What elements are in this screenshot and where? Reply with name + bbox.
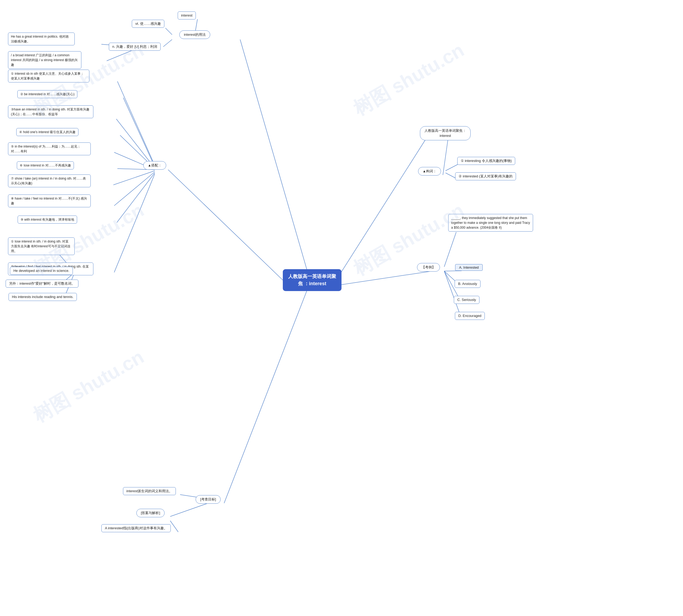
kaoli-text-label: _____, they immediately suggested that s… — [448, 214, 533, 232]
p3-node: ③have an interest in sth. / in doing sth… — [8, 104, 93, 119]
ans-c-node: C. Seriously — [448, 295, 485, 304]
daan-label: [答案与解析] — [136, 509, 164, 517]
interesting-node: ① interesting 令人感兴趣的(事物) — [448, 157, 524, 165]
p7-node: ⑦ show / take (an) interest in / in doin… — [8, 175, 91, 187]
p3-label: ③have an interest in sth. / in doing sth… — [8, 105, 93, 118]
he-has-label: He has a great interest in politics. 他对政… — [8, 32, 75, 45]
interest-yongfa-node: interest的用法 — [172, 30, 217, 40]
ans-c-label: C. Seriously — [454, 296, 480, 304]
peidai-node: ▲搭配： — [141, 161, 168, 170]
lingwai-label: 另外：interest作"爱好"解时，是可数名词。 — [6, 280, 79, 288]
ans-b-label: B. Anxiously — [455, 280, 481, 288]
p4-label: ④ hold one's interest 吸引住某人的兴趣 — [16, 128, 79, 136]
a-broad-node: / a broad interest 广泛的利益 / a common inte… — [8, 51, 81, 69]
kaoli-text-node: _____, they immediately suggested that s… — [448, 211, 533, 234]
p9-label: ⑨ with interest 有兴趣地，津津有味地 — [18, 216, 78, 224]
renjiao-right-node: 人教版高一英语单词聚焦：interest — [416, 126, 475, 140]
p5-node: ⑤ in the interest(s) of 为……利益；为……起见；对……有… — [8, 143, 91, 155]
interested-node: ② interested (某人对某事)有兴趣的 — [448, 172, 523, 180]
renjiao-right-label: 人教版高一英语单词聚焦：interest — [420, 126, 471, 140]
he-has-node: He has a great interest in politics. 他对政… — [8, 31, 75, 46]
daan-node: [答案与解析] — [131, 508, 170, 518]
ans-b-node: B. Anxiously — [448, 280, 487, 288]
p6-node: ⑥ lose interest in 对……不再感兴趣 — [8, 161, 83, 170]
vt-node: vt. 使……感兴趣 — [127, 20, 170, 28]
lose-interest-label: ① lose interest in sth. / in doing sth. … — [8, 238, 75, 255]
kaocha-mubiao-label: [考查目标] — [196, 495, 220, 504]
interest-top-label: interest — [178, 12, 196, 20]
kaoli-node: 【考例】 — [416, 263, 441, 272]
n-label: n. 兴趣，爱好 [U] 利息；利润 — [109, 43, 161, 51]
kaoli-label: 【考例】 — [417, 263, 440, 271]
p5-label: ⑤ in the interest(s) of 为……利益；为……起见；对……有… — [8, 142, 91, 155]
lingwai-node: 另外：interest作"爱好"解时，是可数名词。 — [8, 280, 76, 288]
gouciyuan-label: ▲构词： — [418, 167, 441, 176]
p8-label: ⑧ have / take / feel no interest in 对……不… — [8, 195, 91, 207]
interest-paisheng-node: interest派生词的词义和用法。 — [117, 487, 181, 495]
n-node: n. 兴趣，爱好 [U] 利息；利润 — [104, 43, 166, 51]
ans-a-node: A. Interested — [448, 263, 489, 271]
p2-node: ② be interested in 对……感兴趣(关心) — [8, 90, 87, 98]
p8-node: ⑧ have / take / feel no interest in 对……不… — [8, 195, 91, 207]
a-broad-label: / a broad interest 广泛的利益 / a common inte… — [8, 51, 81, 69]
p4-node: ④ hold one's interest 吸引住某人的兴趣 — [8, 128, 87, 136]
kaocha-mubiao-node: [考查目标] — [192, 495, 224, 504]
p6-label: ⑥ lose interest in 对……不再感兴趣 — [17, 161, 74, 170]
p1-label: ① interest sb in sth 使某人注意、关心或参入某事；使某人对某… — [8, 70, 89, 83]
interesting-label: ① interesting 令人感兴趣的(事物) — [457, 157, 515, 165]
interest-paisheng-label: interest派生词的词义和用法。 — [123, 487, 176, 495]
p9-node: ⑨ with interest 有兴趣地，津津有味地 — [8, 216, 87, 224]
interest-top-node: interest — [173, 12, 200, 19]
p2-label: ② be interested in 对……感兴趣(关心) — [17, 90, 78, 98]
he-developed-label: He developed an interest in science. — [10, 267, 73, 275]
peidai-label: ▲搭配： — [143, 161, 166, 170]
lose-interest-box: ① lose interest in sth. / in doing sth. … — [8, 238, 75, 255]
his-interests-label: His interests include reading and tennis… — [8, 293, 77, 301]
his-interests-node: His interests include reading and tennis… — [8, 293, 78, 301]
center-node: 人教版高一英语单词聚焦 ：interest — [283, 269, 342, 291]
ans-d-label: D. Encouraged — [455, 312, 485, 320]
p1-node: ① interest sb in sth 使某人注意、关心或参入某事；使某人对某… — [8, 69, 89, 83]
center-label: 人教版高一英语单词聚焦 ：interest — [283, 269, 342, 291]
a-interested-jiexi-label: A interested指(出版商)对这件事有兴趣。 — [102, 524, 171, 532]
vt-label: vt. 使……感兴趣 — [132, 20, 164, 28]
p7-label: ⑦ show / take (an) interest in / in doin… — [8, 174, 91, 187]
interested-label: ② interested (某人对某事)有兴趣的 — [455, 172, 516, 180]
a-interested-jiexi-node: A interested指(出版商)对这件事有兴趣。 — [93, 524, 179, 532]
ans-a-label: A. Interested — [455, 264, 483, 271]
he-developed-node: He developed an interest in science. — [8, 267, 75, 275]
gouciyuan-node: ▲构词： — [416, 167, 443, 176]
interest-yongfa-label: interest的用法 — [179, 30, 210, 39]
ans-d-node: D. Encouraged — [448, 312, 491, 320]
